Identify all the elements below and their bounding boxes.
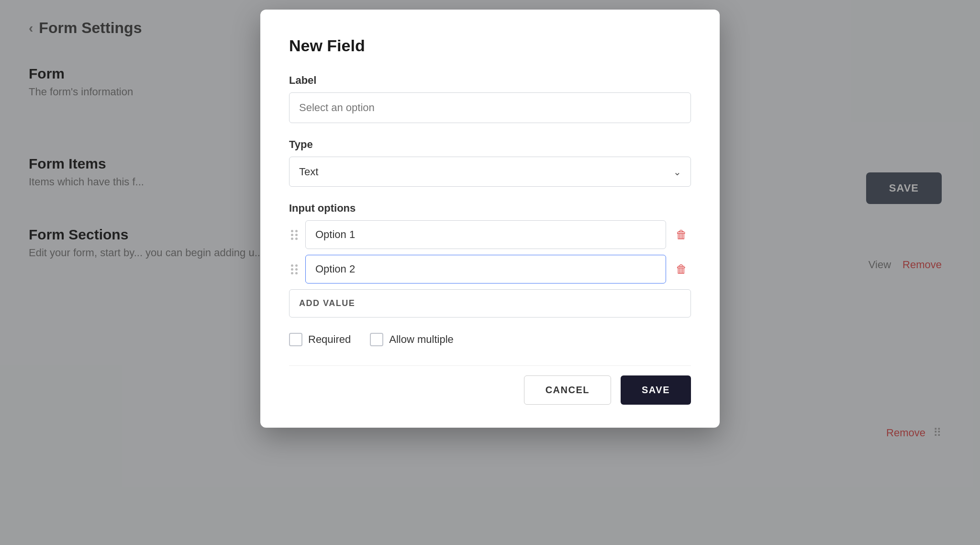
allow-multiple-checkbox[interactable]	[370, 333, 383, 346]
label-field-label: Label	[289, 74, 691, 87]
modal-overlay: New Field Label Type Text Number Date Em…	[0, 0, 980, 545]
delete-option-1-icon[interactable]: 🗑	[672, 226, 691, 243]
drag-dot	[295, 234, 298, 236]
option-input-1[interactable]	[305, 220, 666, 249]
required-label: Required	[308, 333, 351, 346]
drag-handle-1[interactable]	[289, 228, 300, 242]
drag-dot	[291, 238, 293, 240]
cancel-button[interactable]: CANCEL	[524, 375, 611, 405]
type-field-label: Type	[289, 138, 691, 151]
add-value-button[interactable]: ADD VALUE	[289, 289, 691, 318]
modal-footer: CANCEL SAVE	[289, 365, 691, 405]
required-checkbox-item[interactable]: Required	[289, 333, 351, 346]
modal-title: New Field	[289, 36, 691, 55]
option-row-2: 🗑	[289, 255, 691, 284]
drag-dot	[295, 238, 298, 240]
save-button[interactable]: SAVE	[621, 375, 691, 405]
input-options-label: Input options	[289, 202, 691, 215]
drag-dot	[295, 264, 298, 267]
option-row-1: 🗑	[289, 220, 691, 249]
new-field-modal: New Field Label Type Text Number Date Em…	[260, 10, 720, 428]
type-field-group: Type Text Number Date Email Select ⌄	[289, 138, 691, 187]
options-list: 🗑	[289, 220, 691, 284]
drag-dot	[291, 264, 293, 267]
drag-dot	[295, 268, 298, 271]
drag-dot	[295, 272, 298, 274]
drag-dot	[295, 230, 298, 232]
type-select-wrapper: Text Number Date Email Select ⌄	[289, 157, 691, 187]
checkboxes-row: Required Allow multiple	[289, 333, 691, 346]
type-select[interactable]: Text Number Date Email Select	[289, 157, 691, 187]
drag-dot	[291, 268, 293, 271]
label-field-group: Label	[289, 74, 691, 123]
option-input-2[interactable]	[305, 255, 666, 284]
required-checkbox[interactable]	[289, 333, 302, 346]
drag-dot	[291, 234, 293, 236]
allow-multiple-label: Allow multiple	[389, 333, 454, 346]
delete-option-2-icon[interactable]: 🗑	[672, 261, 691, 278]
label-input[interactable]	[289, 92, 691, 123]
allow-multiple-checkbox-item[interactable]: Allow multiple	[370, 333, 454, 346]
drag-handle-2[interactable]	[289, 262, 300, 276]
input-options-group: Input options	[289, 202, 691, 318]
drag-dot	[291, 230, 293, 232]
drag-dot	[291, 272, 293, 274]
